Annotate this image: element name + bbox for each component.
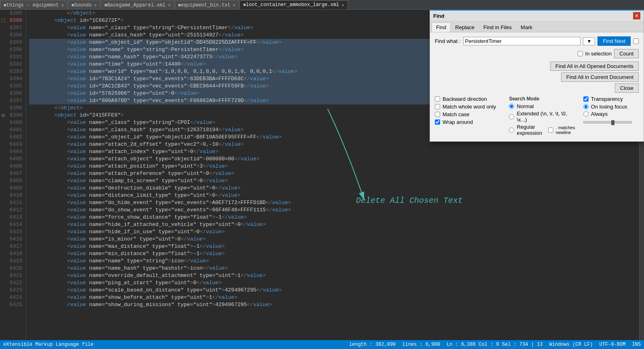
code-line[interactable]: <value name="hide_if_attached_to_vehicle… [29, 221, 639, 228]
find-what-dropdown[interactable]: ▼ [583, 37, 595, 45]
line-number: 6422 [8, 279, 22, 287]
code-line[interactable]: <value name="min_distance" type="float">… [29, 250, 639, 257]
line-number: 6416 [8, 236, 22, 243]
code-line[interactable]: <value name="clamp_to_screen" type="uint… [29, 177, 639, 185]
indent [29, 68, 67, 75]
always-radio[interactable] [583, 111, 589, 117]
code-text: <value name="_object_id" type="objectid"… [67, 39, 282, 46]
find-next-checkbox[interactable] [633, 38, 639, 44]
tab-close-btn[interactable]: ✕ [94, 2, 97, 8]
transparency-slider-track[interactable] [583, 121, 632, 123]
find-tab-find-in-files[interactable]: Find in Files [479, 22, 516, 32]
code-line[interactable]: <value name="destruction_disable" type="… [29, 185, 639, 192]
on-losing-focus-radio[interactable] [583, 104, 589, 109]
tab-label: equipment_bin.txt [181, 2, 230, 8]
indent [29, 134, 67, 141]
tab-things-equipment[interactable]: ■ things - equipment ✕ [0, 0, 68, 9]
transparency-checkbox[interactable] [583, 96, 589, 102]
tab-close-btn[interactable]: ✕ [61, 2, 64, 8]
find-tab-find[interactable]: Find [432, 22, 451, 32]
code-line[interactable]: <value name="hide_if_in_use" type="uint"… [29, 228, 639, 236]
transparency-slider-thumb[interactable] [611, 120, 614, 125]
regex-radio[interactable] [509, 128, 514, 133]
indent [29, 301, 67, 309]
match-whole-word-checkbox[interactable] [435, 104, 440, 109]
line-number: 6403 [8, 141, 22, 148]
code-line[interactable]: <value name="do_hide_event" type="vec_ev… [29, 199, 639, 206]
find-next-button[interactable]: Find Next [597, 36, 631, 46]
code-line[interactable]: <value name="do_show_event" type="vec_ev… [29, 206, 639, 214]
match-case-checkbox[interactable] [435, 112, 440, 117]
indent [29, 112, 54, 119]
code-line[interactable]: <value name="show_before_attach" type="u… [29, 294, 639, 301]
tab-loot-container[interactable]: ■ loot_container_ammobox_large.xml ✕ [239, 0, 348, 9]
line-number: 6399 [8, 112, 22, 119]
find-close-button[interactable]: ✕ [633, 12, 640, 19]
tab-close-btn[interactable]: ✕ [233, 2, 236, 8]
tab-close-btn[interactable]: ✕ [168, 2, 171, 8]
code-text: <value name="time" type="uint">14400</va… [67, 61, 206, 68]
line-ending-label: Windows (CR LF) [549, 342, 593, 347]
find-all-current-button[interactable]: Find All in Current Document [561, 72, 639, 82]
code-line[interactable]: <value name="scale_based_on_distance" ty… [29, 287, 639, 294]
in-selection-checkbox[interactable] [578, 51, 583, 56]
gutter-cell: ⊟ [0, 112, 6, 119]
line-number: 6400 [8, 119, 22, 126]
indent [29, 279, 67, 287]
fold-marker[interactable]: ⊟ [2, 113, 4, 119]
line-number: 6407 [8, 170, 22, 177]
code-line[interactable]: <value name="show_during_missions" type=… [29, 301, 639, 309]
line-number: 6415 [8, 228, 22, 236]
tab-equipment-bin[interactable]: ■ equipment_bin.txt ✕ [175, 0, 239, 9]
gutter-cell [0, 119, 6, 126]
close-button[interactable]: Close [615, 83, 639, 93]
find-what-input[interactable] [463, 37, 581, 45]
line-number: 6386 [8, 17, 22, 24]
code-line[interactable]: <value name="attach_preference" type="ui… [29, 170, 639, 177]
code-line[interactable]: <value name="name_hash" type="hashstr">i… [29, 265, 639, 272]
extended-radio[interactable] [509, 114, 514, 119]
indent [29, 265, 67, 272]
code-line[interactable]: <value name="max_distance" type="float">… [29, 243, 639, 250]
code-line[interactable]: <value name="name" type="string">icon</v… [29, 257, 639, 265]
tab-label: Basegame_Apparel.xml [107, 2, 165, 8]
gutter-cell [0, 163, 6, 170]
bookmark-marker[interactable]: □ [2, 17, 5, 24]
tab-sounds[interactable]: ■ Sounds ✕ [68, 0, 100, 9]
code-line[interactable]: <value name="override_default_attachment… [29, 272, 639, 279]
code-line[interactable]: <value name="attach_object" type="object… [29, 155, 639, 163]
file-icon: ■ [104, 3, 107, 8]
tab-close-btn[interactable]: ✕ [341, 2, 344, 8]
match-case-row: Match case [435, 111, 504, 117]
code-text: </object> [54, 104, 83, 112]
matches-newline-checkbox[interactable] [548, 128, 553, 133]
code-line[interactable]: <value name="distance_limit_type" type="… [29, 192, 639, 199]
code-text: <value name="_class" type="string">CPers… [67, 24, 253, 32]
gutter-cell [0, 39, 6, 46]
find-tab-mark[interactable]: Mark [516, 22, 537, 32]
code-line[interactable]: <value name="attach_position" type="uint… [29, 163, 639, 170]
code-text: <value name="_class_hash" type="uint">25… [67, 32, 244, 39]
indent [29, 148, 67, 155]
tab-basegame-apparel[interactable]: ■ Basegame_Apparel.xml ✕ [101, 0, 174, 9]
normal-radio[interactable] [509, 104, 514, 109]
gutter-cell [0, 236, 6, 243]
code-text: <value id="2AC1CB43" type="vec_events">C… [67, 83, 269, 90]
find-tab-replace[interactable]: Replace [451, 22, 479, 32]
find-all-opened-button[interactable]: Find All in All Opened Documents [550, 62, 639, 71]
code-line[interactable]: <value name="ping_at_start" type="uint">… [29, 279, 639, 287]
code-text: <value name="_object_id" type="objectid"… [67, 134, 282, 141]
backward-direction-checkbox[interactable] [435, 96, 440, 102]
indent [29, 272, 67, 279]
code-line[interactable]: <value name="attach_index" type="uint">0… [29, 148, 639, 155]
wrap-around-checkbox[interactable] [435, 119, 440, 125]
indent [29, 287, 67, 294]
code-line[interactable]: <value name="force_show_distance" type="… [29, 214, 639, 221]
editor-wrapper: ■ things - equipment ✕ ■ Sounds ✕ ■ Base… [0, 0, 644, 349]
code-line[interactable]: <value name="is_minor" type="uint">0</va… [29, 236, 639, 243]
code-text: <value name="attach_preference" type="ui… [67, 170, 235, 177]
indent [29, 185, 67, 192]
indent [29, 163, 67, 170]
code-line[interactable]: <value name="attach_2d_offset" type="vec… [29, 141, 639, 148]
count-button[interactable]: Count [614, 49, 639, 58]
